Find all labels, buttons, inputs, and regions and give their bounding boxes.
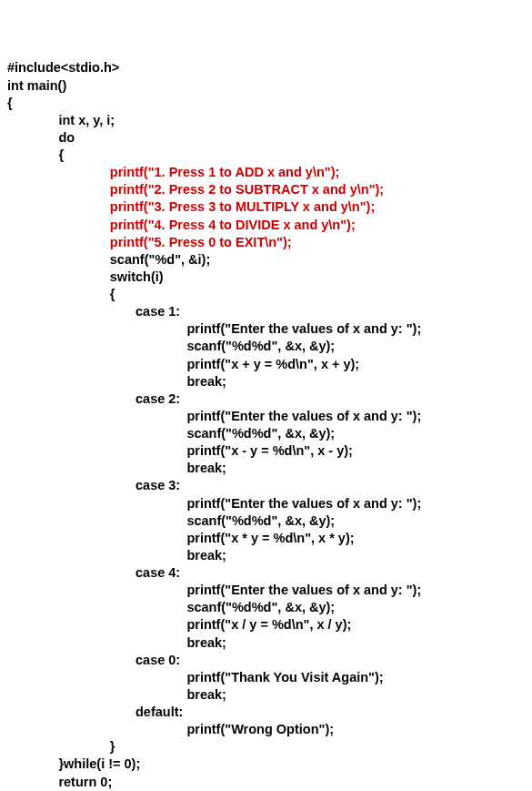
code-line: scanf("%d", &i); bbox=[7, 251, 525, 269]
code-line: } bbox=[7, 738, 525, 756]
code-line: case 1: bbox=[7, 303, 525, 320]
code-line: scanf("%d%d", &x, &y); bbox=[7, 512, 525, 530]
code-line: case 3: bbox=[7, 477, 525, 494]
code-line: return 0; bbox=[7, 774, 525, 791]
code-line: int x, y, i; bbox=[7, 112, 525, 129]
code-line: printf("4. Press 4 to DIVIDE x and y\n")… bbox=[7, 217, 525, 234]
code-line: printf("x * y = %d\n", x * y); bbox=[7, 530, 525, 547]
code-line: int main() bbox=[7, 77, 525, 95]
code-line: printf("Enter the values of x and y: "); bbox=[7, 320, 525, 338]
code-line: default: bbox=[7, 704, 525, 721]
code-line: { bbox=[7, 286, 525, 303]
code-line: printf("x - y = %d\n", x - y); bbox=[7, 442, 525, 460]
code-block: #include<stdio.h>int main(){ int x, y, i… bbox=[7, 59, 525, 791]
code-line: scanf("%d%d", &x, &y); bbox=[7, 425, 525, 442]
code-line: break; bbox=[7, 634, 525, 652]
code-line: printf("Enter the values of x and y: "); bbox=[7, 495, 525, 512]
code-line: #include<stdio.h> bbox=[7, 59, 525, 76]
code-line: printf("2. Press 2 to SUBTRACT x and y\n… bbox=[7, 181, 525, 198]
code-line: printf("Wrong Option"); bbox=[7, 721, 525, 738]
code-line: switch(i) bbox=[7, 269, 525, 286]
code-line: break; bbox=[7, 547, 525, 564]
code-line: { bbox=[7, 95, 525, 112]
code-line: scanf("%d%d", &x, &y); bbox=[7, 338, 525, 355]
code-line: printf("5. Press 0 to EXIT\n"); bbox=[7, 234, 525, 251]
code-line: { bbox=[7, 147, 525, 164]
code-line: case 4: bbox=[7, 564, 525, 582]
code-line: printf("Enter the values of x and y: "); bbox=[7, 408, 525, 425]
code-line: case 0: bbox=[7, 652, 525, 669]
code-line: printf("x / y = %d\n", x / y); bbox=[7, 616, 525, 634]
code-line: case 2: bbox=[7, 390, 525, 408]
code-line: scanf("%d%d", &x, &y); bbox=[7, 599, 525, 616]
code-line: printf("1. Press 1 to ADD x and y\n"); bbox=[7, 164, 525, 181]
code-line: break; bbox=[7, 373, 525, 390]
code-line: do bbox=[7, 129, 525, 147]
code-line: break; bbox=[7, 460, 525, 477]
code-line: printf("Thank You Visit Again"); bbox=[7, 669, 525, 686]
code-line: break; bbox=[7, 686, 525, 704]
code-line: }while(i != 0); bbox=[7, 756, 525, 773]
code-line: printf("3. Press 3 to MULTIPLY x and y\n… bbox=[7, 198, 525, 216]
code-line: printf("x + y = %d\n", x + y); bbox=[7, 356, 525, 373]
code-line: printf("Enter the values of x and y: "); bbox=[7, 582, 525, 599]
